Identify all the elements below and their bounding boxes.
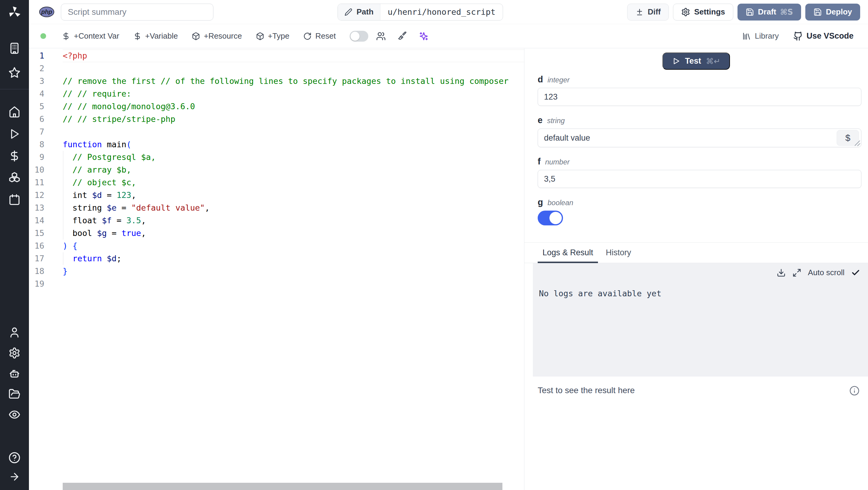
code-line[interactable]: 5// // monolog/monolog@3.6.0 <box>29 100 524 113</box>
line-number: 13 <box>29 202 63 214</box>
line-content[interactable]: int $d = 123, <box>63 189 524 202</box>
user-icon[interactable] <box>8 326 21 339</box>
boxes-icon[interactable] <box>8 172 21 184</box>
add-variable-button[interactable]: +Variable <box>133 31 178 41</box>
code-line[interactable]: 17 return $d; <box>29 252 524 265</box>
code-line[interactable]: 16) { <box>29 239 524 252</box>
code-line[interactable]: 12 int $d = 123, <box>29 189 524 202</box>
code-line[interactable]: 18} <box>29 265 524 278</box>
code-line[interactable]: 4// // require: <box>29 87 524 100</box>
package-icon <box>256 32 264 40</box>
arrow-right-icon[interactable] <box>8 471 21 483</box>
star-icon[interactable] <box>8 67 21 79</box>
line-content[interactable]: function main( <box>63 138 524 151</box>
add-context-var-button[interactable]: +Context Var <box>62 31 119 41</box>
help-icon[interactable] <box>8 452 21 464</box>
code-lines[interactable]: 1<?php23// remove the first // of the fo… <box>29 49 524 290</box>
field-label-d: d integer <box>538 75 861 85</box>
field-e-textarea[interactable]: default value $ <box>538 128 861 147</box>
line-content[interactable] <box>63 278 524 290</box>
line-number: 3 <box>29 75 63 87</box>
test-button[interactable]: Test ⌘↵ <box>662 53 730 70</box>
path-label-section[interactable]: Path <box>338 4 380 20</box>
line-content[interactable]: // array $b, <box>63 164 524 176</box>
code-line[interactable]: 10 // array $b, <box>29 164 524 176</box>
field-f-input[interactable] <box>538 170 861 188</box>
dollar-icon[interactable] <box>8 150 21 162</box>
code-line[interactable]: 15 bool $g = true, <box>29 227 524 239</box>
paintbrush-icon[interactable] <box>398 32 407 41</box>
code-line[interactable]: 14 float $f = 3.5, <box>29 214 524 227</box>
line-content[interactable]: return $d; <box>63 252 524 265</box>
code-line[interactable]: 9 // Postgresql $a, <box>29 151 524 164</box>
line-content[interactable] <box>63 125 524 138</box>
download-icon[interactable] <box>777 268 786 277</box>
settings-button[interactable]: Settings <box>673 4 733 21</box>
tab-history[interactable]: History <box>601 242 636 263</box>
info-icon[interactable] <box>849 385 860 396</box>
reset-button[interactable]: Reset <box>303 31 336 41</box>
diff-label: Diff <box>648 7 661 17</box>
field-e-value: default value <box>544 129 590 147</box>
users-icon[interactable] <box>376 31 386 41</box>
code-line[interactable]: 6// // stripe/stripe-php <box>29 113 524 125</box>
line-content[interactable]: // Postgresql $a, <box>63 151 524 164</box>
code-line[interactable]: 11 // object $c, <box>29 176 524 189</box>
reset-label: Reset <box>315 31 336 41</box>
use-vscode-button[interactable]: Use VScode <box>793 31 854 41</box>
code-line[interactable]: 1<?php <box>29 50 524 62</box>
line-content[interactable]: // // stripe/stripe-php <box>63 113 524 125</box>
path-value[interactable]: u/henri/honored_script <box>380 4 503 20</box>
add-resource-button[interactable]: +Resource <box>192 31 242 41</box>
expand-icon[interactable] <box>792 268 801 277</box>
line-content[interactable]: string $e = "default value", <box>63 202 524 214</box>
building-icon[interactable] <box>8 42 21 54</box>
line-content[interactable]: // // require: <box>63 87 524 100</box>
check-icon[interactable] <box>851 268 860 277</box>
code-line[interactable]: 7 <box>29 125 524 138</box>
code-line[interactable]: 13 string $e = "default value", <box>29 202 524 214</box>
code-line[interactable]: 2 <box>29 62 524 75</box>
code-line[interactable]: 19 <box>29 278 524 290</box>
folder-icon[interactable] <box>8 388 21 400</box>
line-content[interactable]: <?php <box>63 50 524 62</box>
tab-logs-result[interactable]: Logs & Result <box>538 242 598 263</box>
line-content[interactable]: bool $g = true, <box>63 227 524 239</box>
field-g-toggle[interactable] <box>538 211 563 225</box>
robot-icon[interactable] <box>8 368 21 380</box>
home-icon[interactable] <box>8 106 21 118</box>
diff-mode-toggle[interactable] <box>350 31 368 41</box>
gear-icon <box>681 7 690 17</box>
line-content[interactable]: } <box>63 265 524 278</box>
windmill-logo[interactable] <box>7 5 22 19</box>
field-d-input[interactable] <box>538 88 861 106</box>
top-header: php Path u/henri/honored_script Diff Set… <box>29 0 868 24</box>
line-number: 15 <box>29 227 63 239</box>
line-number: 7 <box>29 125 63 138</box>
path-chip[interactable]: Path u/henri/honored_script <box>338 4 503 21</box>
line-content[interactable]: // remove the first // of the following … <box>63 75 524 87</box>
line-content[interactable]: // object $c, <box>63 176 524 189</box>
line-content[interactable]: ) { <box>63 239 524 252</box>
library-label: Library <box>755 31 778 41</box>
dollar-icon <box>62 32 70 40</box>
line-content[interactable] <box>63 62 524 75</box>
horizontal-scrollbar[interactable] <box>63 483 502 490</box>
diff-button[interactable]: Diff <box>627 4 669 21</box>
deploy-button[interactable]: Deploy <box>805 4 860 21</box>
script-summary-input[interactable] <box>61 4 213 21</box>
line-content[interactable]: // // monolog/monolog@3.6.0 <box>63 100 524 113</box>
resize-handle[interactable] <box>855 141 860 146</box>
library-button[interactable]: Library <box>742 31 778 41</box>
sparkles-icon[interactable] <box>419 31 429 41</box>
play-icon[interactable] <box>8 128 21 140</box>
code-line[interactable]: 3// remove the first // of the following… <box>29 75 524 87</box>
add-type-button[interactable]: +Type <box>256 31 290 41</box>
draft-button[interactable]: Draft ⌘S <box>738 4 801 21</box>
line-content[interactable]: float $f = 3.5, <box>63 214 524 227</box>
calendar-icon[interactable] <box>8 194 21 205</box>
eye-icon[interactable] <box>8 408 21 421</box>
code-editor[interactable]: 1<?php23// remove the first // of the fo… <box>29 49 524 490</box>
gear-icon[interactable] <box>8 347 21 359</box>
code-line[interactable]: 8function main( <box>29 138 524 151</box>
